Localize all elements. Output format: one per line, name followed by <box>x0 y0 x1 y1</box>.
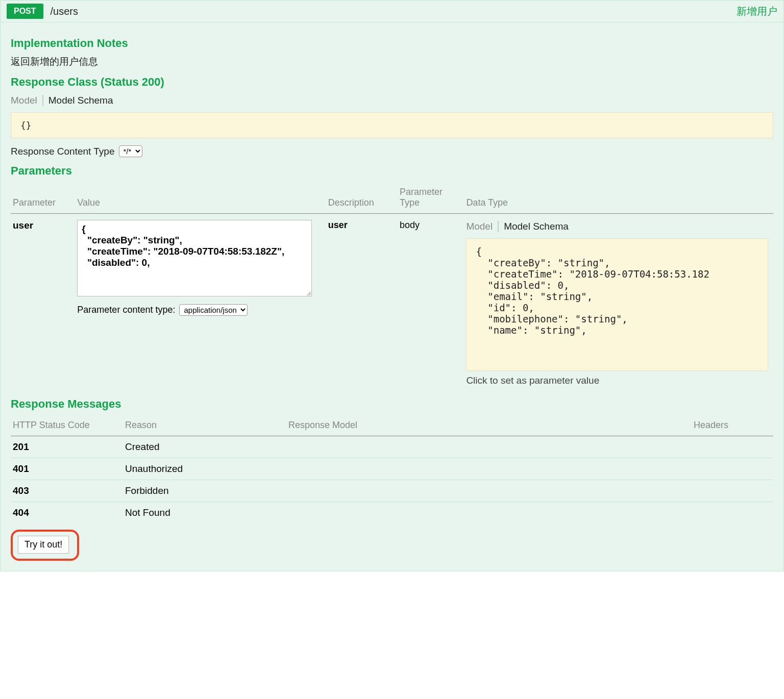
response-headers <box>692 458 773 480</box>
http-method-badge: POST <box>7 4 43 19</box>
parameter-value-textarea[interactable] <box>77 220 312 296</box>
response-model <box>286 502 692 524</box>
operation-summary: 新增用户 <box>737 5 777 18</box>
response-message-row: 404Not Found <box>11 502 773 524</box>
response-reason: Forbidden <box>123 480 286 502</box>
implementation-notes-text: 返回新增的用户信息 <box>11 55 773 68</box>
rm-header-code: HTTP Status Code <box>11 416 123 436</box>
param-header-name: Parameter <box>11 183 77 214</box>
datatype-tab-model[interactable]: Model <box>466 220 498 233</box>
response-reason: Created <box>123 436 286 458</box>
parameters-title: Parameters <box>11 164 773 178</box>
operation-panel: POST /users 新增用户 Implementation Notes 返回… <box>0 0 784 571</box>
click-to-set-hint: Click to set as parameter value <box>466 375 768 386</box>
response-message-row: 201Created <box>11 436 773 458</box>
response-code: 404 <box>11 502 123 524</box>
tab-separator <box>42 95 43 106</box>
response-content-type-row: Response Content Type */* <box>11 145 773 157</box>
response-message-row: 401Unauthorized <box>11 458 773 480</box>
tab-model-schema[interactable]: Model Schema <box>48 94 118 107</box>
tab-model[interactable]: Model <box>11 94 42 107</box>
response-content-type-select[interactable]: */* <box>119 145 142 157</box>
response-message-row: 403Forbidden <box>11 480 773 502</box>
try-it-out-highlight: Try it out! <box>11 530 79 561</box>
response-reason: Not Found <box>123 502 286 524</box>
param-header-desc: Description <box>328 183 400 214</box>
implementation-notes-title: Implementation Notes <box>11 37 773 50</box>
response-class-title: Response Class (Status 200) <box>11 76 773 89</box>
parameter-row: user Parameter content type: application… <box>11 214 773 391</box>
response-code: 201 <box>11 436 123 458</box>
response-model <box>286 458 692 480</box>
response-headers <box>692 480 773 502</box>
parameters-table: Parameter Value Description ParameterTyp… <box>11 183 773 390</box>
datatype-schema-box[interactable]: { "createBy": "string", "createTime": "2… <box>466 238 768 371</box>
parameter-type: body <box>400 214 466 391</box>
rm-header-model: Response Model <box>286 416 692 436</box>
response-headers <box>692 502 773 524</box>
response-reason: Unauthorized <box>123 458 286 480</box>
response-model <box>286 480 692 502</box>
response-class-tabs: Model Model Schema <box>11 94 773 107</box>
parameter-name: user <box>11 214 77 391</box>
datatype-tabs: Model Model Schema <box>466 220 768 233</box>
parameter-value-cell: Parameter content type: application/json <box>77 214 328 391</box>
response-headers <box>692 436 773 458</box>
endpoint-path: /users <box>51 6 78 17</box>
try-it-out-button[interactable]: Try it out! <box>18 536 69 554</box>
parameter-content-type-label: Parameter content type: <box>77 305 175 315</box>
operation-heading[interactable]: POST /users 新增用户 <box>1 1 783 22</box>
parameter-description: user <box>328 214 400 391</box>
operation-content: Implementation Notes 返回新增的用户信息 Response … <box>1 22 783 571</box>
parameter-content-type-row: Parameter content type: application/json <box>77 304 323 316</box>
rm-header-reason: Reason <box>123 416 286 436</box>
response-messages-title: Response Messages <box>11 397 773 411</box>
response-schema-box[interactable]: {} <box>11 112 773 138</box>
parameter-datatype-cell: Model Model Schema { "createBy": "string… <box>466 214 773 391</box>
response-messages-table: HTTP Status Code Reason Response Model H… <box>11 416 773 523</box>
response-model <box>286 436 692 458</box>
param-header-dtype: Data Type <box>466 183 773 214</box>
parameter-content-type-select[interactable]: application/json <box>179 304 248 316</box>
response-content-type-label: Response Content Type <box>11 146 115 157</box>
tab-separator <box>498 221 499 232</box>
response-code: 401 <box>11 458 123 480</box>
param-header-value: Value <box>77 183 328 214</box>
rm-header-headers: Headers <box>692 416 773 436</box>
response-code: 403 <box>11 480 123 502</box>
param-header-ptype: ParameterType <box>400 183 466 214</box>
datatype-tab-model-schema[interactable]: Model Schema <box>504 220 574 233</box>
